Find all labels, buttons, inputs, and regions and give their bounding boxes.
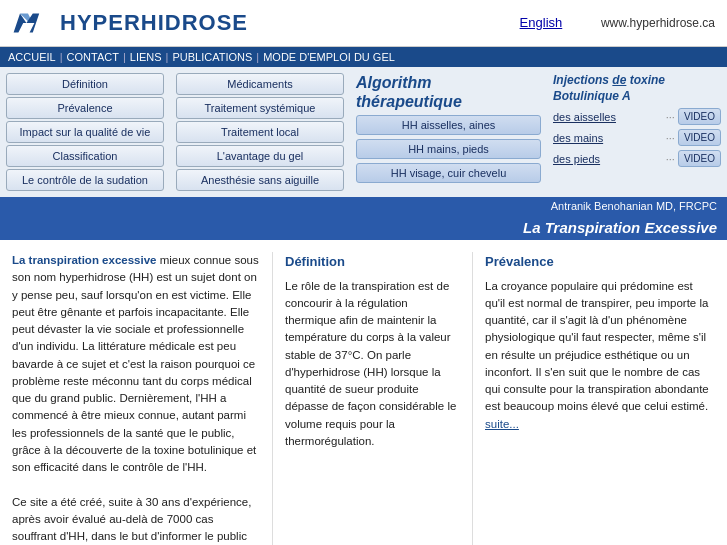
header: HYPERHIDROSE English www.hyperhidrose.ca [0, 0, 727, 47]
inject-video-aisselles[interactable]: VIDEO [678, 108, 721, 125]
algo-btn-aisselles[interactable]: HH aisselles, aines [356, 115, 541, 135]
inject-title: Injections de toxineBotulinique A [553, 73, 721, 104]
nav-accueil[interactable]: ACCUEIL [8, 51, 56, 63]
prevalence-text-span: La croyance populaire qui prédomine est … [485, 280, 709, 413]
algo-section: Algorithm thérapeutique HH aisselles, ai… [350, 67, 547, 197]
author-name: Antranik Benohanian MD, FRCPC [551, 200, 717, 212]
language-link[interactable]: English [520, 15, 563, 30]
inject-link-mains[interactable]: des mains [553, 132, 663, 144]
menu-avantage[interactable]: L'avantage du gel [176, 145, 344, 167]
logo-area: HYPERHIDROSE [12, 8, 248, 38]
algo-title-line1: Algorithm [356, 74, 432, 91]
definition-text: Le rôle de la transpiration est de conco… [285, 278, 460, 451]
logo-text: HYPERHIDROSE [60, 10, 248, 36]
prevalence-text: La croyance populaire qui prédomine est … [485, 278, 715, 433]
suite-link[interactable]: suite... [485, 418, 519, 430]
inject-dots-2: ··· [666, 132, 675, 144]
left-menu: Définition Prévalence Impact sur la qual… [0, 67, 170, 197]
algo-btn-visage[interactable]: HH visage, cuir chevelu [356, 163, 541, 183]
menu-controle[interactable]: Le contrôle de la sudation [6, 169, 164, 191]
nav-sep-4: | [256, 51, 259, 63]
inject-link-aisselles[interactable]: des aisselles [553, 111, 663, 123]
nav-mode-emploi[interactable]: MODE D'EMPLOI DU GEL [263, 51, 395, 63]
inject-row-aisselles: des aisselles ··· VIDEO [553, 108, 721, 125]
algo-btn-mains[interactable]: HH mains, pieds [356, 139, 541, 159]
menu-traitement-sys[interactable]: Traitement systémique [176, 97, 344, 119]
menu-classification[interactable]: Classification [6, 145, 164, 167]
menu-anesthesie[interactable]: Anesthésie sans aiguille [176, 169, 344, 191]
algo-title: Algorithm thérapeutique [356, 73, 541, 111]
header-right: English www.hyperhidrose.ca [520, 15, 715, 32]
algo-title-line2: thérapeutique [356, 93, 462, 110]
right-menu: Médicaments Traitement systémique Traite… [170, 67, 350, 197]
intro-text: mieux connue sous son nom hyperhidrose (… [12, 254, 259, 473]
menu-prevalence[interactable]: Prévalence [6, 97, 164, 119]
col-left: La transpiration excessive mieux connue … [12, 252, 272, 545]
inject-video-pieds[interactable]: VIDEO [678, 150, 721, 167]
nav-bar: ACCUEIL | CONTACT | LIENS | PUBLICATIONS… [0, 47, 727, 67]
intro-bold: La transpiration excessive [12, 254, 156, 266]
inject-dots-1: ··· [666, 111, 675, 123]
logo-icon [12, 8, 52, 38]
menu-definition[interactable]: Définition [6, 73, 164, 95]
inject-row-mains: des mains ··· VIDEO [553, 129, 721, 146]
menu-medicaments[interactable]: Médicaments [176, 73, 344, 95]
intro-paragraph: La transpiration excessive mieux connue … [12, 252, 260, 476]
inject-dots-3: ··· [666, 153, 675, 165]
col-mid: Définition Le rôle de la transpiration e… [272, 252, 472, 545]
menu-impact[interactable]: Impact sur la qualité de vie [6, 121, 164, 143]
inject-row-pieds: des pieds ··· VIDEO [553, 150, 721, 167]
inject-video-mains[interactable]: VIDEO [678, 129, 721, 146]
nav-publications[interactable]: PUBLICATIONS [172, 51, 252, 63]
col-right: Prévalence La croyance populaire qui pré… [472, 252, 715, 545]
nav-liens[interactable]: LIENS [130, 51, 162, 63]
site-url: www.hyperhidrose.ca [601, 16, 715, 30]
nav-sep-2: | [123, 51, 126, 63]
definition-heading: Définition [285, 252, 460, 272]
menu-area: Définition Prévalence Impact sur la qual… [0, 67, 727, 197]
page-title: La Transpiration Excessive [523, 219, 717, 236]
para2: Ce site a été créé, suite à 30 ans d'exp… [12, 494, 260, 546]
inject-link-pieds[interactable]: des pieds [553, 153, 663, 165]
inject-section: Injections de toxineBotulinique A des ai… [547, 67, 727, 197]
menu-traitement-local[interactable]: Traitement local [176, 121, 344, 143]
title-bar: La Transpiration Excessive [0, 215, 727, 240]
nav-contact[interactable]: CONTACT [67, 51, 119, 63]
author-bar: Antranik Benohanian MD, FRCPC [0, 197, 727, 215]
nav-sep-1: | [60, 51, 63, 63]
prevalence-heading: Prévalence [485, 252, 715, 272]
content-area: La transpiration excessive mieux connue … [0, 240, 727, 545]
nav-sep-3: | [166, 51, 169, 63]
